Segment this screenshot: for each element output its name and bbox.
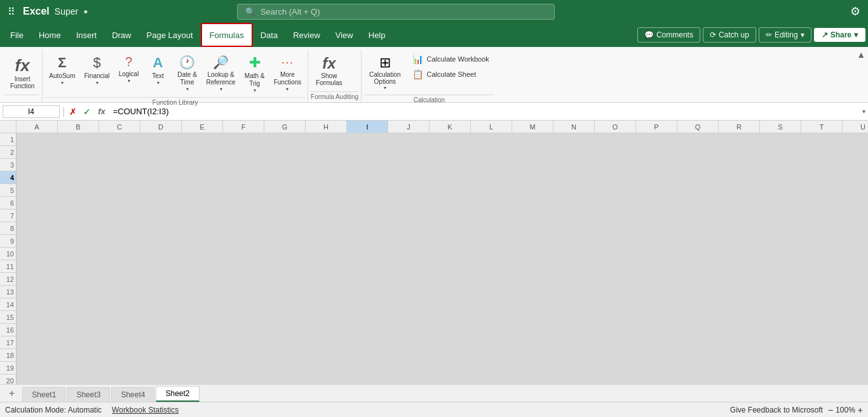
col-header-k[interactable]: K — [430, 121, 471, 133]
calculate-workbook-button[interactable]: 📊 Calculate Workbook — [407, 52, 494, 66]
col-header-h[interactable]: H — [306, 121, 347, 133]
col-header-q[interactable]: Q — [677, 121, 719, 133]
col-header-f[interactable]: F — [223, 121, 264, 133]
menu-item-formulas[interactable]: Formulas — [201, 23, 253, 47]
col-header-t[interactable]: T — [801, 121, 843, 133]
menu-item-data[interactable]: Data — [253, 23, 285, 47]
editing-button[interactable]: ✏ Editing ▾ — [759, 27, 811, 43]
add-sheet-button[interactable]: + — [3, 385, 21, 402]
calc-mode-status: Calculation Mode: Automatic — [5, 406, 102, 414]
col-header-c[interactable]: C — [99, 121, 140, 133]
logical-label: Logical — [119, 70, 139, 78]
row-num-18[interactable]: 18 — [0, 349, 16, 362]
row-num-15[interactable]: 15 — [0, 311, 16, 324]
comment-icon: 💬 — [644, 30, 654, 39]
calculate-sheet-button[interactable]: 📋 Calculate Sheet — [407, 67, 494, 81]
logical-button[interactable]: ? Logical ▾ — [115, 52, 143, 86]
workbook-stats[interactable]: Workbook Statistics — [112, 406, 179, 414]
lookup-button[interactable]: 🔎 Lookup &Reference ▾ — [203, 52, 240, 95]
row-num-14[interactable]: 14 — [0, 298, 16, 311]
waffle-icon[interactable]: ⠿ — [5, 3, 18, 20]
zoom-plus-button[interactable]: + — [858, 405, 863, 415]
row-num-4[interactable]: 4 — [0, 171, 16, 184]
col-header-s[interactable]: S — [760, 121, 801, 133]
share-button[interactable]: ↗ Share ▾ — [814, 28, 865, 42]
sheet-tab-sheet1[interactable]: Sheet1 — [22, 387, 65, 402]
row-num-8[interactable]: 8 — [0, 222, 16, 235]
row-num-17[interactable]: 17 — [0, 336, 16, 349]
ribbon-section-function-library: Σ AutoSum ▾ $ Financial ▾ ? Logical ▾ A … — [43, 50, 308, 102]
sheet-tab-sheet3[interactable]: Sheet3 — [67, 387, 110, 402]
row-num-6[interactable]: 6 — [0, 197, 16, 209]
calculation-options-button[interactable]: ⊞ CalculationOptions ▾ — [364, 52, 405, 93]
datetime-button[interactable]: 🕐 Date &Time ▾ — [173, 52, 201, 95]
row-num-2[interactable]: 2 — [0, 146, 16, 159]
lookup-icon: 🔎 — [213, 55, 229, 70]
col-header-p[interactable]: P — [636, 121, 677, 133]
formula-bar-dropdown[interactable]: ▾ — [862, 108, 865, 115]
row-num-3[interactable]: 3 — [0, 159, 16, 171]
col-header-m[interactable]: M — [512, 121, 553, 133]
insert-function-button[interactable]: fx InsertFunction — [5, 52, 39, 93]
row-num-19[interactable]: 19 — [0, 362, 16, 374]
row-num-1[interactable]: 1 — [0, 133, 16, 146]
row-num-5[interactable]: 5 — [0, 184, 16, 197]
catchup-button[interactable]: ⟳ Catch up — [703, 27, 756, 43]
col-header-n[interactable]: N — [553, 121, 595, 133]
more-functions-label: MoreFunctions — [274, 71, 301, 86]
autosum-button[interactable]: Σ AutoSum ▾ — [45, 52, 79, 88]
autosum-icon: Σ — [58, 55, 66, 71]
calc-options-arrow: ▾ — [384, 85, 386, 91]
col-header-u[interactable]: U — [843, 121, 868, 133]
row-num-10[interactable]: 10 — [0, 248, 16, 260]
row-num-16[interactable]: 16 — [0, 324, 16, 336]
menu-item-review[interactable]: Review — [285, 23, 328, 47]
more-functions-button[interactable]: ⋯ MoreFunctions ▾ — [270, 52, 305, 95]
row-num-13[interactable]: 13 — [0, 286, 16, 298]
settings-icon[interactable]: ⚙ — [848, 2, 863, 21]
formula-input[interactable] — [111, 107, 860, 116]
col-header-o[interactable]: O — [595, 121, 636, 133]
row-num-9[interactable]: 9 — [0, 235, 16, 248]
lookup-arrow: ▾ — [220, 86, 222, 92]
show-formulas-button[interactable]: fx ShowFormulas — [311, 52, 348, 89]
col-header-e[interactable]: E — [182, 121, 223, 133]
sheet-tabs: + Sheet1 Sheet3 Sheet4 Sheet2 — [0, 384, 868, 402]
col-header-l[interactable]: L — [471, 121, 512, 133]
menu-item-home[interactable]: Home — [31, 23, 69, 47]
sheet-tab-sheet2[interactable]: Sheet2 — [156, 386, 199, 402]
menu-item-help[interactable]: Help — [361, 23, 393, 47]
col-header-g[interactable]: G — [264, 121, 306, 133]
menu-item-draw[interactable]: Draw — [104, 23, 139, 47]
zoom-level: 100% — [836, 406, 855, 414]
spreadsheet-area: 1 2 3 4 5 6 7 8 9 10 11 12 13 14 15 16 1… — [0, 133, 868, 384]
col-header-i[interactable]: I — [347, 121, 388, 133]
menu-item-page-layout[interactable]: Page Layout — [139, 23, 201, 47]
row-num-12[interactable]: 12 — [0, 273, 16, 286]
calculation-top: ⊞ CalculationOptions ▾ 📊 Calculate Workb… — [364, 51, 494, 93]
ribbon-collapse-button[interactable]: ▲ — [857, 50, 865, 60]
zoom-controls: − 100% + — [828, 405, 863, 415]
menu-item-file[interactable]: File — [3, 23, 31, 47]
menu-item-insert[interactable]: Insert — [69, 23, 105, 47]
zoom-minus-button[interactable]: − — [828, 405, 833, 415]
col-header-r[interactable]: R — [719, 121, 760, 133]
col-header-a[interactable]: A — [17, 121, 58, 133]
financial-button[interactable]: $ Financial ▾ — [81, 52, 114, 88]
row-num-11[interactable]: 11 — [0, 260, 16, 273]
col-header-j[interactable]: J — [388, 121, 430, 133]
grid-area[interactable] — [17, 133, 868, 384]
menu-item-view[interactable]: View — [328, 23, 361, 47]
menu-right: 💬 Comments ⟳ Catch up ✏ Editing ▾ ↗ Shar… — [637, 23, 865, 47]
col-header-d[interactable]: D — [140, 121, 182, 133]
text-button[interactable]: A Text ▾ — [144, 52, 172, 88]
feedback-text[interactable]: Give Feedback to Microsoft — [730, 406, 823, 414]
col-header-b[interactable]: B — [58, 121, 99, 133]
math-button[interactable]: ✚ Math &Trig ▾ — [241, 52, 269, 96]
row-num-7[interactable]: 7 — [0, 209, 16, 222]
sheet-tab-sheet4[interactable]: Sheet4 — [111, 387, 154, 402]
row-number-col-header — [0, 121, 17, 133]
comments-button[interactable]: 💬 Comments — [637, 27, 700, 43]
search-input[interactable] — [261, 7, 546, 17]
row-num-20[interactable]: 20 — [0, 374, 16, 384]
